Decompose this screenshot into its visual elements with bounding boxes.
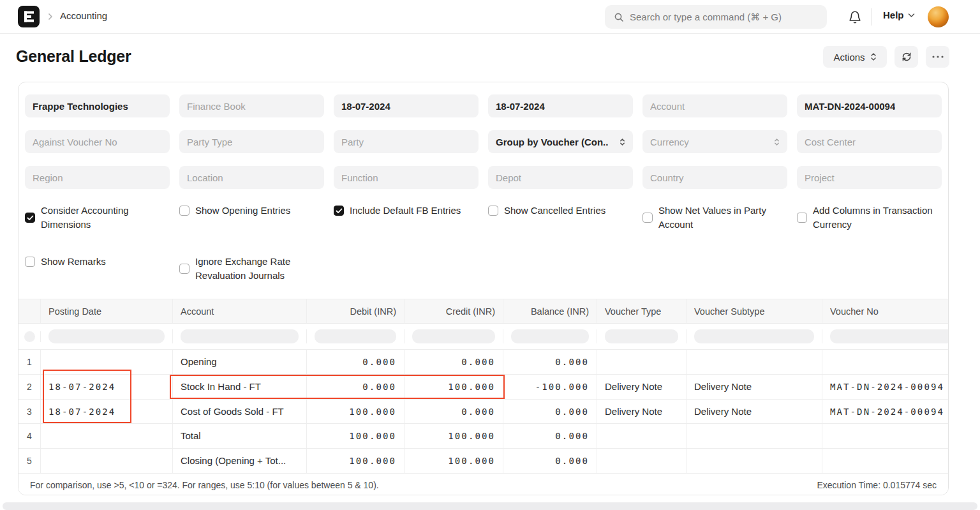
cell-balance-inr: 0.000 (503, 350, 597, 374)
filter-party[interactable]: Party (334, 130, 479, 153)
filter-to-date[interactable]: 18-07-2024 (488, 94, 633, 117)
notifications-bell-icon[interactable] (848, 10, 862, 24)
column-header-posting-date[interactable]: Posting Date (41, 299, 173, 323)
cell-account: Opening (173, 350, 307, 374)
column-header-voucher-type[interactable]: Voucher Type (597, 299, 687, 323)
filter-region[interactable]: Region (25, 166, 170, 189)
filter-country[interactable]: Country (642, 166, 787, 189)
checkbox-consider-accounting-dimensions[interactable]: Consider Accounting Dimensions (25, 204, 170, 232)
column-header-voucher-no[interactable]: Voucher No (822, 299, 948, 323)
filter-project[interactable]: Project (797, 166, 942, 189)
filter-account[interactable]: Account (642, 94, 787, 117)
checkbox-unchecked-icon[interactable] (25, 257, 35, 267)
checkbox-unchecked-icon[interactable] (179, 264, 189, 274)
refresh-button[interactable] (895, 46, 918, 68)
table-row[interactable]: 218-07-2024Stock In Hand - FT0.000100.00… (19, 375, 948, 400)
column-header-balance-inr[interactable]: Balance (INR) (503, 299, 597, 323)
cell-posting-date: 18-07-2024 (41, 375, 173, 399)
cell-voucher-subtype (687, 350, 822, 374)
cell-voucher-subtype (687, 449, 822, 473)
filter-voucher-no[interactable]: MAT-DN-2024-00094 (797, 94, 942, 117)
column-filter-input[interactable] (597, 329, 687, 343)
filter-cost-center[interactable]: Cost Center (797, 130, 942, 153)
filter-currency[interactable]: Currency (642, 130, 787, 153)
filter-pill[interactable] (511, 329, 589, 343)
checkbox-checked-icon[interactable] (25, 213, 35, 223)
checkbox-label: Consider Accounting Dimensions (41, 204, 170, 232)
checkbox-checked-icon[interactable] (334, 206, 344, 216)
column-filter-input[interactable] (503, 329, 597, 343)
checkbox-label: Add Columns in Transaction Currency (813, 204, 942, 232)
checkbox-unchecked-icon[interactable] (179, 206, 189, 216)
filter-voucher-no-value: MAT-DN-2024-00094 (805, 101, 895, 112)
cell-balance-inr: 0.000 (503, 449, 597, 473)
cell-row-index: 5 (19, 449, 41, 473)
user-avatar[interactable] (928, 6, 949, 27)
cell-account: Closing (Opening + Tot... (173, 449, 307, 473)
column-filter-input[interactable] (307, 329, 405, 343)
filter-pill[interactable] (694, 329, 814, 343)
horizontal-scrollbar[interactable] (3, 502, 977, 510)
filter-against-voucher-no[interactable]: Against Voucher No (25, 130, 170, 153)
checkbox-unchecked-icon[interactable] (488, 206, 498, 216)
filter-finance-book[interactable]: Finance Book (179, 94, 324, 117)
filter-pill[interactable] (181, 329, 299, 343)
cell-account: Cost of Goods Sold - FT (173, 400, 307, 424)
cell-debit-inr: 100.000 (307, 449, 405, 473)
column-filter-dot[interactable] (19, 331, 41, 342)
filter-depot[interactable]: Depot (488, 166, 633, 189)
filter-pill[interactable] (412, 329, 495, 343)
checkbox-unchecked-icon[interactable] (797, 213, 807, 223)
checkbox-unchecked-icon[interactable] (642, 213, 653, 223)
filter-against-voucher-no-placeholder: Against Voucher No (33, 137, 117, 147)
cell-credit-inr: 0.000 (405, 400, 503, 424)
table-row[interactable]: 4Total100.000100.0000.000 (19, 424, 948, 449)
checkbox-include-default-fb-entries[interactable]: Include Default FB Entries (334, 204, 479, 218)
help-menu[interactable]: Help (883, 10, 915, 20)
cell-balance-inr: 0.000 (503, 400, 597, 424)
more-options-button[interactable] (926, 46, 949, 68)
column-header-voucher-subtype[interactable]: Voucher Subtype (687, 299, 822, 323)
filter-location-placeholder: Location (187, 172, 223, 183)
filter-pill[interactable] (315, 329, 396, 343)
filter-location[interactable]: Location (179, 166, 324, 189)
filter-pill[interactable] (48, 329, 165, 343)
cell-posting-date (41, 424, 173, 448)
table-row[interactable]: 318-07-2024Cost of Goods Sold - FT100.00… (19, 400, 948, 424)
checkbox-show-remarks[interactable]: Show Remarks (25, 255, 170, 269)
column-header-account[interactable]: Account (173, 299, 307, 323)
filter-pill[interactable] (605, 329, 678, 343)
breadcrumb-accounting[interactable]: Accounting (60, 10, 107, 21)
column-header-debit-inr[interactable]: Debit (INR) (307, 299, 405, 323)
column-header-credit-inr[interactable]: Credit (INR) (405, 299, 503, 323)
cell-account: Total (173, 424, 307, 448)
checkbox-add-columns-in-transaction-currency[interactable]: Add Columns in Transaction Currency (797, 204, 942, 232)
column-filter-input[interactable] (41, 329, 173, 343)
filter-function[interactable]: Function (334, 166, 479, 189)
cell-debit-inr: 100.000 (307, 400, 405, 424)
column-filter-input[interactable] (687, 329, 822, 343)
filter-from-date[interactable]: 18-07-2024 (334, 94, 479, 117)
filter-company[interactable]: Frappe Technologies (25, 94, 170, 117)
search-input[interactable]: Search or type a command (⌘ + G) (605, 5, 827, 29)
actions-button[interactable]: Actions (823, 46, 887, 68)
table-row[interactable]: 5Closing (Opening + Tot...100.000100.000… (19, 449, 948, 473)
filter-group-by[interactable]: Group by Voucher (Con.. (488, 130, 633, 153)
filter-party-type[interactable]: Party Type (179, 130, 324, 153)
column-filter-input[interactable] (405, 329, 503, 343)
cell-posting-date: 18-07-2024 (41, 400, 173, 424)
table-row[interactable]: 1Opening0.0000.0000.000 (19, 350, 948, 375)
checkbox-label: Show Cancelled Entries (504, 204, 605, 218)
column-filter-input[interactable] (822, 329, 948, 343)
cell-balance-inr: 0.000 (503, 424, 597, 448)
filter-pill[interactable] (830, 329, 948, 343)
checkbox-show-net-values-in-party-account[interactable]: Show Net Values in Party Account (642, 204, 787, 232)
erpnext-logo-icon[interactable] (18, 6, 40, 27)
column-header-row-index[interactable] (19, 299, 41, 323)
checkbox-show-cancelled-entries[interactable]: Show Cancelled Entries (488, 204, 633, 218)
cell-voucher-no (822, 424, 948, 448)
column-filter-input[interactable] (173, 329, 307, 343)
checkbox-show-opening-entries[interactable]: Show Opening Entries (179, 204, 324, 218)
checkbox-ignore-exchange-rate-revaluation-journals[interactable]: Ignore Exchange Rate Revaluation Journal… (179, 255, 324, 283)
filter-pill[interactable] (24, 331, 35, 342)
